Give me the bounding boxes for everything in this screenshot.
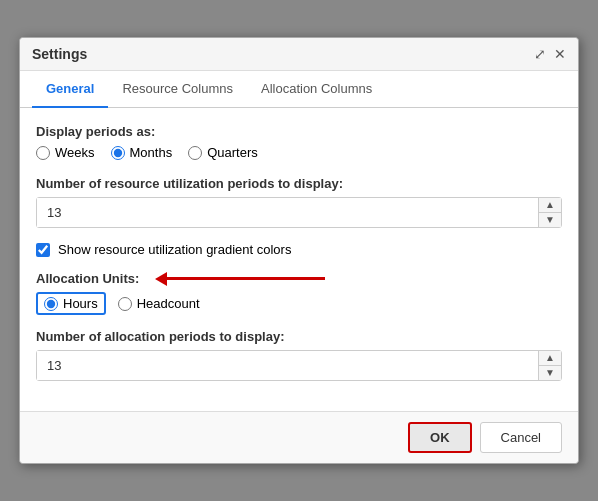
period-quarters-option[interactable]: Quarters (188, 145, 258, 160)
period-weeks-radio[interactable] (36, 146, 50, 160)
alloc-hours-label: Hours (63, 296, 98, 311)
alloc-hours-radio[interactable] (44, 297, 58, 311)
resource-util-decrement[interactable]: ▼ (539, 213, 561, 227)
expand-icon[interactable]: ⤢ (534, 47, 546, 61)
resource-util-spinner-buttons: ▲ ▼ (538, 198, 561, 227)
period-quarters-label: Quarters (207, 145, 258, 160)
allocation-periods-label: Number of allocation periods to display: (36, 329, 562, 344)
dialog-title: Settings (32, 46, 87, 62)
period-weeks-label: Weeks (55, 145, 95, 160)
arrow-line (165, 277, 325, 280)
ok-button[interactable]: OK (408, 422, 472, 453)
tab-bar: General Resource Columns Allocation Colu… (20, 71, 578, 108)
dialog-body: General Resource Columns Allocation Colu… (20, 71, 578, 411)
allocation-periods-spinner: ▲ ▼ (36, 350, 562, 381)
alloc-headcount-label: Headcount (137, 296, 200, 311)
allocation-periods-increment[interactable]: ▲ (539, 351, 561, 366)
allocation-periods-decrement[interactable]: ▼ (539, 366, 561, 380)
tab-general[interactable]: General (32, 71, 108, 108)
allocation-periods-input[interactable] (37, 351, 538, 380)
dialog-footer: OK Cancel (20, 411, 578, 463)
alloc-headcount-option[interactable]: Headcount (118, 296, 200, 311)
allocation-periods-spinner-buttons: ▲ ▼ (538, 351, 561, 380)
cancel-button[interactable]: Cancel (480, 422, 562, 453)
tab-allocation-columns[interactable]: Allocation Columns (247, 71, 386, 108)
display-periods-group: Weeks Months Quarters (36, 145, 562, 160)
gradient-checkbox-row: Show resource utilization gradient color… (36, 242, 562, 257)
allocation-units-radio-group: Hours Headcount (36, 292, 562, 315)
tab-content-general: Display periods as: Weeks Months Quarter… (20, 108, 578, 411)
close-icon[interactable]: ✕ (554, 47, 566, 61)
arrow-annotation (155, 272, 325, 286)
dialog-header: Settings ⤢ ✕ (20, 38, 578, 71)
display-periods-label: Display periods as: (36, 124, 562, 139)
gradient-checkbox[interactable] (36, 243, 50, 257)
period-months-radio[interactable] (111, 146, 125, 160)
resource-util-spinner: ▲ ▼ (36, 197, 562, 228)
dialog-controls: ⤢ ✕ (534, 47, 566, 61)
resource-util-increment[interactable]: ▲ (539, 198, 561, 213)
settings-dialog: Settings ⤢ ✕ General Resource Columns Al… (19, 37, 579, 464)
allocation-units-section: Allocation Units: Hours Headcount (36, 271, 562, 315)
period-quarters-radio[interactable] (188, 146, 202, 160)
resource-util-input[interactable] (37, 198, 538, 227)
period-months-option[interactable]: Months (111, 145, 173, 160)
period-weeks-option[interactable]: Weeks (36, 145, 95, 160)
period-months-label: Months (130, 145, 173, 160)
resource-util-label: Number of resource utilization periods t… (36, 176, 562, 191)
alloc-headcount-radio[interactable] (118, 297, 132, 311)
allocation-units-label: Allocation Units: (36, 271, 139, 286)
gradient-label: Show resource utilization gradient color… (58, 242, 291, 257)
tab-resource-columns[interactable]: Resource Columns (108, 71, 247, 108)
alloc-hours-option[interactable]: Hours (36, 292, 106, 315)
